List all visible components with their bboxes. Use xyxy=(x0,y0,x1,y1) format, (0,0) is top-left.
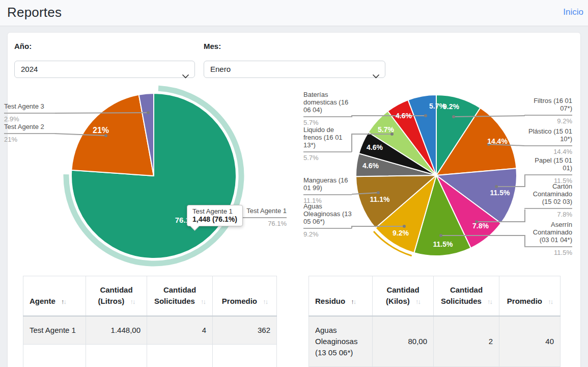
pie-callout-name: Papel (15 01 01) xyxy=(524,156,572,175)
sort-icon: ↑↓ xyxy=(130,296,134,307)
sort-header-cantidad-kilos[interactable]: Cantidad (Kilos) ↑↓ xyxy=(373,276,434,317)
pie-callout-pct: 21% xyxy=(4,134,55,143)
pie-callout-pct: 14.4% xyxy=(524,146,572,155)
chevron-down-icon xyxy=(373,68,379,84)
column-header-label: Promedio xyxy=(507,297,542,305)
pie-callout-name: Cartón Contaminado (15 02 03) xyxy=(524,182,572,209)
month-label: Mes: xyxy=(204,42,221,50)
pie-callout-name: Test Agente 3 xyxy=(4,102,55,114)
table-cell: 1.448,00 xyxy=(86,316,147,345)
table-cell xyxy=(213,345,277,367)
pie-callout-label: Aserrín Contaminado (03 01 04*)11.5% xyxy=(524,221,572,256)
table-cell: 362 xyxy=(213,316,277,345)
pie-callout-label: Test Agente 176.1% xyxy=(241,207,287,227)
sort-header-cantidad-solicitudes[interactable]: Cantidad Solicitudes ↑↓ xyxy=(147,276,213,317)
table-cell: 40 xyxy=(499,316,561,367)
pie-callout-pct: 9.2% xyxy=(524,116,572,125)
year-select-value: 2024 xyxy=(21,65,38,73)
sort-header-cantidad-litros[interactable]: Cantidad (Litros) ↑↓ xyxy=(86,276,147,317)
column-header-label: Residuo xyxy=(315,297,345,305)
month-select-value: Enero xyxy=(210,65,231,73)
pie-callout-label: Test Agente 221% xyxy=(4,123,55,143)
pie-callout-name: Aserrín Contaminado (03 01 04*) xyxy=(524,221,572,247)
chart-tooltip: Test Agente 1 1,448 (76.1%) xyxy=(187,205,243,226)
tooltip-value: 1,448 (76.1%) xyxy=(192,215,237,223)
pie-callout-pct: 5.7% xyxy=(303,152,352,162)
table-cell: Aguas Oleaginosas (13 05 06*) xyxy=(309,316,373,367)
table-cell: Test Agente 1 xyxy=(23,316,86,345)
table-row: Aguas Oleaginosas (13 05 06*)80,00240 xyxy=(309,316,561,367)
pie-callout-label: Papel (15 01 01)11.5% xyxy=(524,156,572,185)
column-header-label: Agente xyxy=(30,297,55,305)
sort-icon: ↑↓ xyxy=(61,296,66,307)
pie-callout-pct: 7.8% xyxy=(524,209,572,218)
pie-callout-name: Mangueras (16 01 99) xyxy=(303,176,352,195)
pie-callout-label: Plástico (15 01 10*)14.4% xyxy=(524,127,572,155)
residuos-data-table: Residuo ↑↓Cantidad (Kilos) ↑↓Cantidad So… xyxy=(309,276,561,367)
pie-callout-name: Filtros (16 01 07*) xyxy=(524,97,572,116)
sort-icon: ↑↓ xyxy=(415,296,420,307)
sort-header-promedio[interactable]: Promedio ↑↓ xyxy=(499,276,561,317)
year-select[interactable]: 2024 xyxy=(14,61,195,78)
pie-callout-name: Aguas Oleaginosas (13 05 06*) xyxy=(303,202,352,229)
table-row: Test Agente 11.448,004362 xyxy=(23,316,277,345)
column-header-label: Cantidad Solicitudes xyxy=(441,285,483,305)
pie-callout-label: Test Agente 32.9% xyxy=(4,102,55,123)
pie-callout-label: Liquido de frenos (16 01 13*)5.7% xyxy=(303,126,352,162)
pie-callout-label: Baterías domesticas (16 06 04)5.7% xyxy=(303,91,352,126)
reportes-page: Reportes Inicio Año: 2024 Mes: Enero 76.… xyxy=(0,0,588,367)
table-cell xyxy=(23,345,86,367)
topbar: Reportes Inicio xyxy=(0,0,588,26)
pie-callout-pct: 11.5% xyxy=(524,247,572,256)
pie-callout-name: Test Agente 1 xyxy=(241,207,287,218)
sort-header-agente[interactable]: Agente ↑↓ xyxy=(23,276,86,317)
table-cell: 4 xyxy=(147,316,213,345)
sort-header-promedio[interactable]: Promedio ↑↓ xyxy=(213,276,277,317)
agentes-data-table: Agente ↑↓Cantidad (Litros) ↑↓Cantidad So… xyxy=(23,276,277,367)
pie-callout-name: Liquido de frenos (16 01 13*) xyxy=(303,126,352,152)
pie-callout-label: Filtros (16 01 07*)9.2% xyxy=(524,97,572,125)
pie-callout-name: Baterías domesticas (16 06 04) xyxy=(303,91,352,117)
pie-callout-label: Mangueras (16 01 99)11.1% xyxy=(303,176,352,204)
table-row-empty xyxy=(23,345,277,367)
pie-callout-pct: 5.7% xyxy=(303,117,352,126)
table-cell: 2 xyxy=(434,316,499,367)
sort-icon: ↑↓ xyxy=(263,296,267,307)
pie-callout-name: Test Agente 2 xyxy=(4,123,55,134)
sort-header-cantidad-solicitudes[interactable]: Cantidad Solicitudes ↑↓ xyxy=(434,276,499,317)
sort-icon: ↑↓ xyxy=(487,296,492,307)
table-cell xyxy=(86,345,147,367)
column-header-label: Cantidad (Litros) xyxy=(98,285,133,305)
sort-icon: ↑↓ xyxy=(201,296,205,307)
pie-callout-name: Plástico (15 01 10*) xyxy=(524,127,572,146)
pie-callout-pct: 2.9% xyxy=(4,114,55,123)
sort-icon: ↑↓ xyxy=(548,296,552,307)
chevron-down-icon xyxy=(182,68,189,84)
residuos-table: Residuo ↑↓Cantidad (Kilos) ↑↓Cantidad So… xyxy=(309,276,560,367)
column-header-label: Promedio xyxy=(222,297,257,305)
page-title: Reportes xyxy=(7,5,62,20)
year-label: Año: xyxy=(14,42,32,50)
inicio-link[interactable]: Inicio xyxy=(563,7,583,17)
pie-callout-label: Aguas Oleaginosas (13 05 06*)9.2% xyxy=(303,202,352,238)
sort-icon: ↑↓ xyxy=(351,296,355,307)
column-header-label: Cantidad Solicitudes xyxy=(154,285,196,305)
table-cell xyxy=(147,345,213,367)
pie-callout-pct: 9.2% xyxy=(303,229,352,238)
pie-callout-pct: 76.1% xyxy=(241,218,287,227)
agentes-table: Agente ↑↓Cantidad (Litros) ↑↓Cantidad So… xyxy=(23,276,276,367)
table-cell: 80,00 xyxy=(373,316,434,367)
month-select[interactable]: Enero xyxy=(204,61,385,78)
tooltip-title: Test Agente 1 xyxy=(192,207,237,215)
pie-callout-pct: 11.1% xyxy=(303,195,352,204)
sort-header-residuo[interactable]: Residuo ↑↓ xyxy=(309,276,373,317)
column-header-label: Cantidad (Kilos) xyxy=(386,285,419,305)
pie-callout-label: Cartón Contaminado (15 02 03)7.8% xyxy=(524,182,572,218)
